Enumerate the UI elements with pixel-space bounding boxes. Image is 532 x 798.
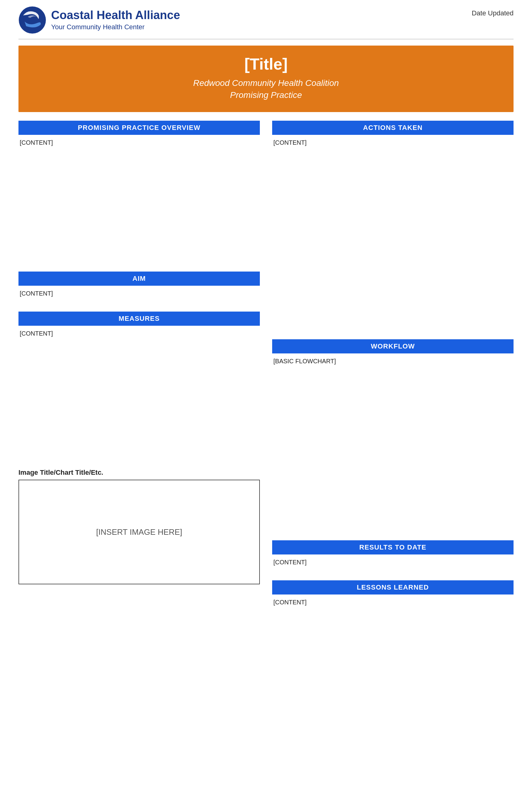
aim-header: AIM	[18, 271, 260, 286]
lessons-content: [CONTENT]	[272, 599, 514, 611]
workflow-header: WORKFLOW	[272, 339, 514, 354]
page-header: Coastal Health Alliance Your Community H…	[18, 6, 514, 39]
date-updated: Date Updated	[472, 6, 514, 17]
overview-content: [CONTENT]	[18, 139, 260, 151]
logo-area: Coastal Health Alliance Your Community H…	[18, 6, 180, 34]
image-section: Image Title/Chart Title/Etc. [INSERT IMA…	[18, 469, 260, 584]
measures-spacer	[18, 352, 260, 462]
left-column: PROMISING PRACTICE OVERVIEW [CONTENT] AI…	[18, 121, 260, 620]
banner-main-title: [Title]	[31, 55, 501, 73]
image-box: [INSERT IMAGE HERE]	[18, 480, 260, 584]
logo-text-area: Coastal Health Alliance Your Community H…	[51, 9, 180, 31]
lessons-section: LESSONS LEARNED [CONTENT]	[272, 580, 514, 611]
actions-header: ACTIONS TAKEN	[272, 121, 514, 135]
image-title: Image Title/Chart Title/Etc.	[18, 469, 260, 477]
title-banner: [Title] Redwood Community Health Coaliti…	[18, 45, 514, 112]
measures-section: MEASURES [CONTENT]	[18, 311, 260, 342]
image-placeholder: [INSERT IMAGE HERE]	[96, 527, 182, 537]
results-section: RESULTS TO DATE [CONTENT]	[272, 540, 514, 571]
actions-content: [CONTENT]	[272, 139, 514, 151]
lessons-header: LESSONS LEARNED	[272, 580, 514, 594]
aim-section: AIM [CONTENT]	[18, 271, 260, 302]
measures-header: MEASURES	[18, 311, 260, 326]
svg-point-0	[19, 6, 46, 34]
banner-subtitle: Redwood Community Health Coalition Promi…	[31, 77, 501, 101]
logo-title: Coastal Health Alliance	[51, 9, 180, 22]
workflow-spacer	[272, 368, 514, 540]
results-header: RESULTS TO DATE	[272, 540, 514, 554]
results-content: [CONTENT]	[272, 559, 514, 571]
actions-spacer	[272, 161, 514, 339]
logo-icon	[18, 6, 46, 34]
overview-header: PROMISING PRACTICE OVERVIEW	[18, 121, 260, 135]
measures-content: [CONTENT]	[18, 330, 260, 342]
banner-subtitle-line2: Promising Practice	[230, 90, 302, 100]
two-column-layout: PROMISING PRACTICE OVERVIEW [CONTENT] AI…	[18, 121, 514, 620]
logo-subtitle: Your Community Health Center	[51, 23, 180, 31]
workflow-section: WORKFLOW [BASIC FLOWCHART]	[272, 339, 514, 365]
right-column: ACTIONS TAKEN [CONTENT] WORKFLOW [BASIC …	[272, 121, 514, 620]
banner-subtitle-line1: Redwood Community Health Coalition	[193, 78, 339, 88]
aim-content: [CONTENT]	[18, 290, 260, 302]
actions-section: ACTIONS TAKEN [CONTENT]	[272, 121, 514, 151]
workflow-content: [BASIC FLOWCHART]	[272, 358, 514, 365]
overview-spacer	[18, 161, 260, 271]
overview-section: PROMISING PRACTICE OVERVIEW [CONTENT]	[18, 121, 260, 151]
